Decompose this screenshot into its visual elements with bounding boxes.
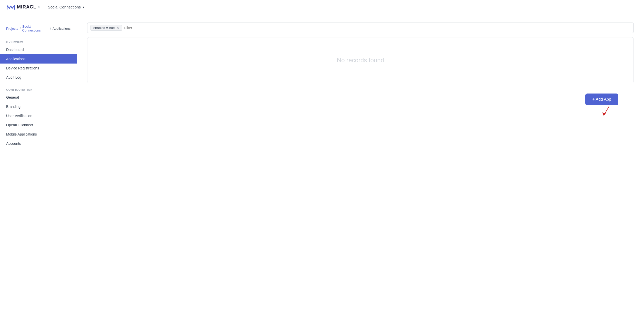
- sidebar-item-audit-log[interactable]: Audit Log: [0, 73, 77, 82]
- sidebar-item-branding[interactable]: Branding: [0, 102, 77, 111]
- breadcrumb-social-connections[interactable]: Social Connections: [22, 25, 49, 32]
- filter-bar[interactable]: enabled = true ✕: [87, 23, 634, 33]
- add-app-area: + Add App: [87, 94, 634, 105]
- logo[interactable]: MIRACL ®: [6, 4, 40, 11]
- add-app-button[interactable]: + Add App: [585, 94, 618, 105]
- filter-tag-enabled[interactable]: enabled = true ✕: [90, 25, 122, 31]
- sidebar-item-user-verification[interactable]: User Verification: [0, 111, 77, 120]
- configuration-section-label: CONFIGURATION: [0, 86, 77, 93]
- svg-line-0: [604, 107, 609, 116]
- chevron-down-icon: ▾: [83, 5, 84, 9]
- breadcrumb: Projects / Social Connections / Applicat…: [0, 20, 77, 38]
- logo-registered: ®: [38, 6, 40, 8]
- filter-tag-label: enabled = true: [93, 26, 115, 30]
- breadcrumb-sep-2: /: [50, 27, 51, 30]
- breadcrumb-current: Applications: [53, 27, 71, 30]
- app-header: MIRACL ® Social Connections ▾: [0, 0, 644, 14]
- filter-tag-close-icon[interactable]: ✕: [116, 26, 119, 30]
- filter-input[interactable]: [124, 26, 630, 30]
- sidebar-item-dashboard[interactable]: Dashboard: [0, 45, 77, 54]
- project-name: Social Connections: [48, 5, 81, 9]
- sidebar-item-openid-connect[interactable]: OpenID Connect: [0, 120, 77, 130]
- sidebar-item-accounts[interactable]: Accounts: [0, 139, 77, 148]
- breadcrumb-projects[interactable]: Projects: [6, 27, 18, 30]
- sidebar-item-device-registrations[interactable]: Device Registrations: [0, 64, 77, 73]
- sidebar: Projects / Social Connections / Applicat…: [0, 14, 77, 320]
- arrow-annotation: [599, 105, 614, 118]
- main-content: enabled = true ✕ No records found + Add …: [77, 14, 644, 320]
- breadcrumb-sep-1: /: [20, 27, 21, 30]
- project-selector[interactable]: Social Connections ▾: [48, 5, 84, 9]
- main-container: Projects / Social Connections / Applicat…: [0, 14, 644, 320]
- miracl-logo-icon: [6, 4, 15, 11]
- sidebar-item-applications[interactable]: Applications: [0, 54, 77, 64]
- logo-text: MIRACL: [17, 4, 36, 10]
- sidebar-item-mobile-applications[interactable]: Mobile Applications: [0, 130, 77, 139]
- no-records-text: No records found: [337, 57, 384, 64]
- sidebar-item-general[interactable]: General: [0, 93, 77, 102]
- svg-marker-1: [602, 112, 606, 116]
- overview-section-label: OVERVIEW: [0, 38, 77, 45]
- records-panel: No records found: [87, 37, 634, 83]
